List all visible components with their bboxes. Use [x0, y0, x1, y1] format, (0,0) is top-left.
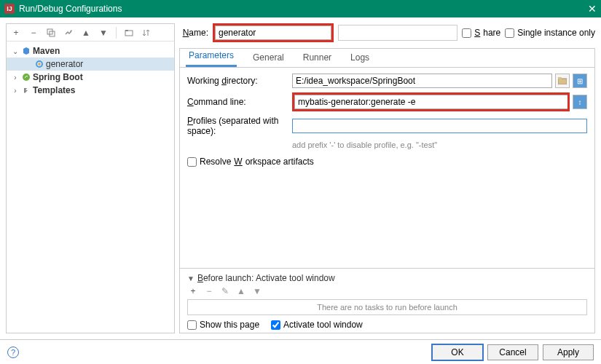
- config-list-panel: + − ▲ ▼ ⌄Mavengenerator›Spring Boot›Temp…: [6, 23, 175, 333]
- bl-up-button[interactable]: ▲: [235, 286, 247, 296]
- settings-button[interactable]: [62, 26, 75, 39]
- tab-general[interactable]: General: [250, 50, 287, 67]
- window-title: Run/Debug Configurations: [19, 4, 122, 14]
- bl-down-button[interactable]: ▼: [251, 286, 263, 296]
- before-launch-header[interactable]: ▼ Before launch: Activate tool window: [187, 273, 587, 283]
- move-up-button[interactable]: ▲: [79, 26, 93, 39]
- show-this-page-checkbox[interactable]: Show this page: [187, 320, 259, 330]
- svg-point-5: [23, 74, 30, 81]
- tree-item-generator[interactable]: generator: [7, 58, 174, 71]
- chevron-down-icon: ▼: [187, 274, 195, 282]
- bl-edit-button[interactable]: ✎: [219, 286, 231, 296]
- help-button[interactable]: ?: [7, 347, 19, 358]
- tree-arrow-icon: ⌄: [11, 47, 20, 55]
- footer: ? OK Cancel Apply: [0, 339, 601, 364]
- move-down-button[interactable]: ▼: [97, 26, 110, 39]
- tree-item-spring-boot[interactable]: ›Spring Boot: [7, 71, 174, 84]
- spring-icon: [21, 72, 31, 82]
- tree-arrow-icon: ›: [11, 87, 20, 95]
- tree-arrow-icon: ›: [11, 74, 20, 82]
- folder-button[interactable]: [122, 26, 135, 39]
- activate-tool-window-checkbox[interactable]: Activate tool window: [271, 320, 363, 330]
- svg-rect-6: [558, 79, 567, 84]
- titlebar: IJ Run/Debug Configurations ✕: [0, 0, 601, 17]
- bl-remove-button[interactable]: −: [203, 286, 215, 296]
- name-label: Name:: [179, 28, 208, 38]
- tree-item-templates[interactable]: ›Templates: [7, 84, 174, 97]
- before-launch-tasks: There are no tasks to run before launch: [187, 299, 587, 315]
- ok-button[interactable]: OK: [432, 344, 483, 360]
- command-line-highlight: [292, 92, 570, 111]
- tabs: ParametersGeneralRunnerLogs: [180, 49, 594, 68]
- tree-label: Maven: [33, 46, 60, 56]
- copy-config-button[interactable]: [44, 26, 58, 39]
- config-tree: ⌄Mavengenerator›Spring Boot›Templates: [7, 41, 174, 333]
- single-instance-checkbox[interactable]: Single instance only: [505, 28, 595, 38]
- remove-config-button[interactable]: −: [27, 26, 40, 39]
- maven-icon: [21, 46, 31, 56]
- expand-command-button[interactable]: ↕: [573, 95, 587, 109]
- app-icon: IJ: [4, 4, 15, 14]
- insert-path-button[interactable]: ⊞: [573, 74, 587, 88]
- apply-button[interactable]: Apply: [543, 344, 594, 360]
- tree-label: generator: [46, 59, 83, 69]
- svg-rect-3: [125, 30, 128, 31]
- tree-label: Templates: [33, 85, 75, 95]
- add-config-button[interactable]: +: [9, 26, 23, 39]
- share-checkbox[interactable]: SSharehare: [462, 28, 500, 38]
- template-icon: [21, 85, 31, 95]
- tab-logs[interactable]: Logs: [347, 50, 372, 67]
- bl-add-button[interactable]: +: [187, 286, 199, 296]
- profiles-hint: add prefix '-' to disable profile, e.g. …: [187, 141, 587, 149]
- name-extra-field[interactable]: [338, 25, 457, 41]
- svg-rect-2: [125, 31, 133, 36]
- name-input[interactable]: [215, 25, 331, 40]
- before-launch-section: ▼ Before launch: Activate tool window + …: [180, 268, 594, 333]
- name-input-highlight: [213, 23, 334, 42]
- mvn2-icon: [34, 59, 44, 69]
- tab-parameters[interactable]: Parameters: [186, 48, 237, 67]
- working-dir-input[interactable]: [292, 74, 552, 88]
- tab-runner[interactable]: Runner: [300, 50, 334, 67]
- tree-label: Spring Boot: [33, 72, 83, 82]
- profiles-input[interactable]: [292, 119, 587, 133]
- config-main-panel: ParametersGeneralRunnerLogs Working dire…: [179, 48, 595, 333]
- close-icon[interactable]: ✕: [588, 3, 597, 15]
- profiles-label: Profiles (separated with space):: [187, 116, 289, 136]
- cancel-button[interactable]: Cancel: [487, 344, 538, 360]
- tree-item-maven[interactable]: ⌄Maven: [7, 44, 174, 58]
- resolve-workspace-checkbox[interactable]: Resolve Workspace artifacts: [187, 157, 314, 167]
- config-toolbar: + − ▲ ▼: [7, 24, 174, 41]
- browse-folder-button[interactable]: [555, 74, 570, 88]
- sort-button[interactable]: [140, 26, 153, 39]
- svg-rect-7: [558, 77, 562, 79]
- command-line-input[interactable]: [294, 95, 567, 109]
- command-line-label: Command line:: [187, 97, 289, 107]
- working-dir-label: Working directory:: [187, 76, 289, 86]
